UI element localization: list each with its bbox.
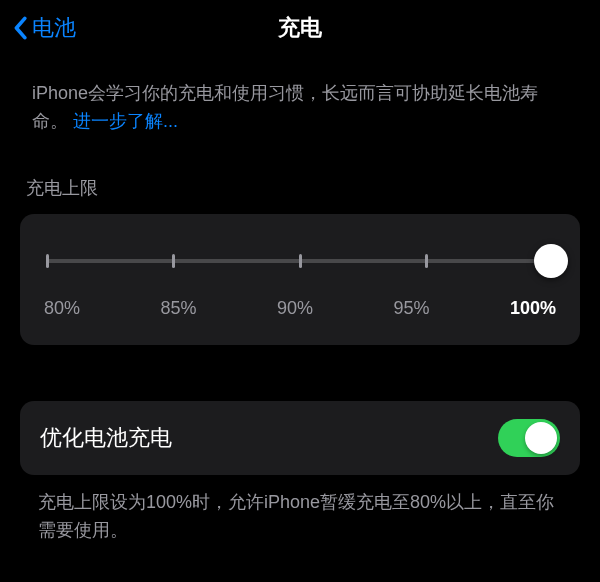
optimized-charging-note: 充电上限设为100%时，允许iPhone暂缓充电至80%以上，直至你需要使用。 <box>20 489 580 545</box>
nav-bar: 电池 充电 <box>0 0 600 56</box>
content: iPhone会学习你的充电和使用习惯，长远而言可协助延长电池寿命。 进一步了解.… <box>0 56 600 545</box>
charge-limit-card: 80% 85% 90% 95% 100% <box>20 214 580 345</box>
learn-more-link[interactable]: 进一步了解... <box>73 111 178 131</box>
back-label: 电池 <box>32 13 76 43</box>
description-text: iPhone会学习你的充电和使用习惯，长远而言可协助延长电池寿命。 进一步了解.… <box>20 80 580 136</box>
optimized-charging-row: 优化电池充电 <box>20 401 580 475</box>
slider-label-90: 90% <box>277 298 313 319</box>
optimized-charging-label: 优化电池充电 <box>40 423 172 453</box>
slider-label-85: 85% <box>160 298 196 319</box>
slider-label-95: 95% <box>393 298 429 319</box>
charge-limit-slider[interactable] <box>44 246 556 276</box>
back-button[interactable]: 电池 <box>12 13 76 43</box>
page-title: 充电 <box>278 13 322 43</box>
switch-knob <box>525 422 557 454</box>
charge-limit-label: 充电上限 <box>20 176 580 200</box>
slider-label-80: 80% <box>44 298 80 319</box>
slider-track <box>46 259 554 263</box>
slider-thumb[interactable] <box>534 244 568 278</box>
slider-labels: 80% 85% 90% 95% 100% <box>44 298 556 319</box>
optimized-charging-toggle[interactable] <box>498 419 560 457</box>
chevron-left-icon <box>12 16 28 40</box>
slider-label-100: 100% <box>510 298 556 319</box>
